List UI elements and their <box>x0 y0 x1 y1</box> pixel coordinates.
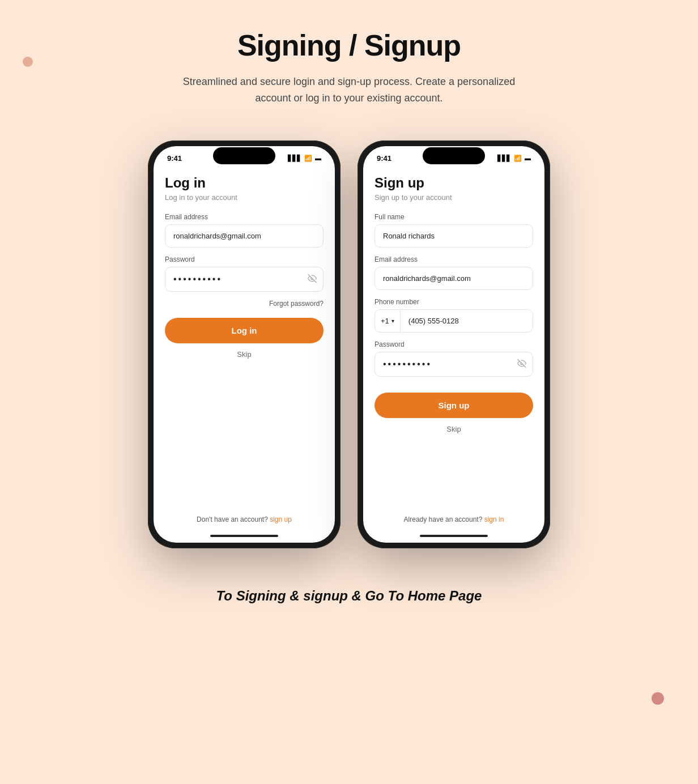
wifi-icon: 📶 <box>304 155 312 162</box>
login-status-icons: ▋▋▋ 📶 ▬ <box>288 155 321 162</box>
login-skip[interactable]: Skip <box>165 350 324 359</box>
phone-label: Phone number <box>374 298 533 306</box>
login-phone-screen: 9:41 ▋▋▋ 📶 ▬ Log in Log in to your accou… <box>154 146 335 543</box>
chevron-down-icon: ▾ <box>391 318 394 324</box>
dynamic-island-login <box>213 147 275 164</box>
signup-signin-link[interactable]: sign in <box>484 515 504 523</box>
signup-status-time: 9:41 <box>377 154 391 163</box>
phone-field-row: +1 ▾ (405) 555-0128 <box>374 309 533 333</box>
login-email-input[interactable]: ronaldrichards@gmail.com <box>165 224 324 248</box>
signup-email-input[interactable]: ronaldrichards@gmail.com <box>374 267 533 290</box>
signup-status-icons: ▋▋▋ 📶 ▬ <box>497 155 531 162</box>
login-subtitle: Log in to your account <box>165 193 324 202</box>
page-title: Signing / Signup <box>237 28 461 62</box>
signup-password-label: Password <box>374 340 533 348</box>
signup-phone-frame: 9:41 ▋▋▋ 📶 ▬ Sign up Sign up to your acc… <box>357 140 550 548</box>
login-screen-content: Log in Log in to your account Email addr… <box>154 166 335 509</box>
signup-password-toggle-icon[interactable] <box>517 359 526 369</box>
login-phone-frame: 9:41 ▋▋▋ 📶 ▬ Log in Log in to your accou… <box>148 140 341 548</box>
signal-icon-2: ▋▋▋ <box>497 155 511 162</box>
signup-password-input[interactable]: •••••••••• <box>374 352 533 377</box>
login-password-label: Password <box>165 255 324 263</box>
battery-icon-2: ▬ <box>525 155 531 161</box>
login-button[interactable]: Log in <box>165 318 324 343</box>
login-footer-text: Don't have an account? <box>197 515 268 523</box>
phones-container: 9:41 ▋▋▋ 📶 ▬ Log in Log in to your accou… <box>148 140 550 548</box>
login-signup-link[interactable]: sign up <box>270 515 292 523</box>
signup-phone-screen: 9:41 ▋▋▋ 📶 ▬ Sign up Sign up to your acc… <box>363 146 544 543</box>
login-home-bar <box>210 535 278 537</box>
signup-footer: Already have an account? sign in <box>363 509 544 535</box>
dynamic-island-signup <box>423 147 485 164</box>
signup-email-label: Email address <box>374 255 533 263</box>
decoration-circle-top-left <box>23 57 33 67</box>
page-subtitle: Streamlined and secure login and sign-up… <box>179 74 519 106</box>
fullname-input[interactable]: Ronald richards <box>374 224 533 248</box>
decoration-circle-bottom-right <box>652 692 664 705</box>
forgot-password-link[interactable]: Forgot password? <box>165 300 324 308</box>
signup-button[interactable]: Sign up <box>374 393 533 418</box>
login-email-label: Email address <box>165 213 324 221</box>
signup-password-field: •••••••••• <box>374 352 533 377</box>
password-toggle-icon[interactable] <box>308 274 317 284</box>
login-title: Log in <box>165 175 324 191</box>
signup-screen-content: Sign up Sign up to your account Full nam… <box>363 166 544 509</box>
signup-home-bar <box>420 535 488 537</box>
login-status-time: 9:41 <box>167 154 182 163</box>
bottom-caption: To Signing & signup & Go To Home Page <box>216 588 482 604</box>
login-password-field: •••••••••• <box>165 267 324 292</box>
phone-number-input[interactable]: (405) 555-0128 <box>401 310 533 332</box>
signup-title: Sign up <box>374 175 533 191</box>
signup-skip[interactable]: Skip <box>374 425 533 433</box>
login-footer: Don't have an account? sign up <box>154 509 335 535</box>
battery-icon: ▬ <box>315 155 321 161</box>
signup-footer-text: Already have an account? <box>404 515 483 523</box>
signup-subtitle: Sign up to your account <box>374 193 533 202</box>
country-code-selector[interactable]: +1 ▾ <box>375 310 401 332</box>
fullname-label: Full name <box>374 213 533 221</box>
signal-icon: ▋▋▋ <box>288 155 301 162</box>
login-password-input[interactable]: •••••••••• <box>165 267 324 292</box>
wifi-icon-2: 📶 <box>514 155 522 162</box>
